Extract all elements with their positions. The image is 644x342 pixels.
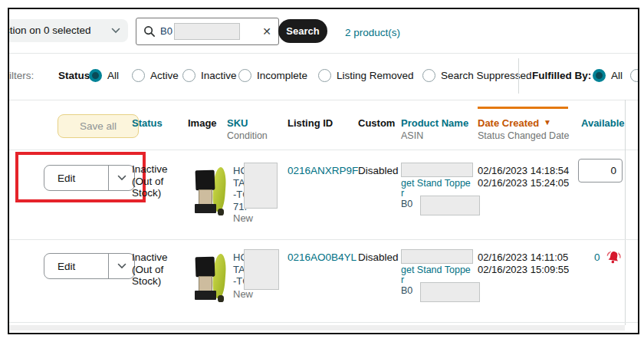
radio-status-active[interactable]	[132, 69, 145, 82]
radio-status-inactive[interactable]	[182, 69, 196, 82]
status-filter-label: Status:	[58, 70, 94, 82]
custom-cell-row1: Disabled	[358, 165, 399, 177]
filters-bottom-divider	[9, 100, 638, 100]
product-name-link-row2[interactable]: get Stand Toppe	[401, 265, 471, 275]
filters-label: ilters:	[9, 70, 34, 82]
available-quantity-input-row1[interactable]	[578, 159, 623, 183]
status-changed-row1: 02/16/2023 15:24:05	[478, 177, 569, 189]
radio-fulfilled-all-label[interactable]: All	[611, 70, 623, 82]
date-created-row1: 02/16/2023 14:18:54	[478, 165, 569, 177]
col-header-status[interactable]: Status	[132, 117, 163, 130]
asin-redaction-row2	[420, 282, 480, 302]
edit-button-row2-dropdown[interactable]	[109, 254, 134, 278]
condition-row2: New	[233, 288, 253, 301]
clear-search-icon[interactable]: ✕	[262, 25, 271, 38]
product-image-base	[195, 204, 216, 213]
horizontal-scrollbar-track[interactable]	[9, 325, 625, 330]
header-bottom-divider	[9, 150, 638, 150]
status-cell-row1: Inactive (Out of Stock)	[132, 163, 168, 199]
col-header-product-name[interactable]: Product Name	[401, 117, 468, 130]
date-created-row2: 02/16/2023 14:11:05	[478, 252, 568, 264]
search-button[interactable]: Search	[278, 19, 327, 43]
search-value: B0	[160, 25, 172, 38]
custom-cell-row2: Disabled	[358, 252, 399, 264]
app-window: ction on 0 selected B0 ✕ Search 2 produc…	[8, 8, 639, 334]
save-all-button[interactable]: Save all	[58, 114, 139, 138]
edit-button-row2[interactable]: Edit	[44, 253, 135, 279]
bulk-action-dropdown[interactable]: ction on 0 selected	[8, 19, 128, 42]
fulfilled-by-label: Fulfilled By:	[532, 70, 591, 82]
screenshot-canvas: ction on 0 selected B0 ✕ Search 2 produc…	[0, 0, 644, 342]
col-header-listing-id: Listing ID	[288, 117, 333, 130]
radio-status-inactive-label[interactable]: Inactive	[201, 70, 237, 82]
chevron-down-icon	[117, 175, 127, 181]
sort-column-indicator-bar	[478, 107, 568, 109]
asin-prefix-row1: B0	[401, 199, 412, 209]
radio-status-listing-removed-label[interactable]: Listing Removed	[337, 70, 414, 82]
listing-id-link-row2[interactable]: 0216AO0B4YL	[288, 252, 356, 264]
search-input[interactable]: B0 ✕	[136, 18, 279, 45]
edit-button-row1[interactable]: Edit	[44, 165, 135, 191]
search-value-redaction	[174, 23, 240, 40]
product-name-redaction-row1	[401, 163, 473, 177]
radio-status-all-label[interactable]: All	[107, 70, 119, 82]
product-image-middle	[199, 189, 212, 205]
condition-row1: New	[233, 212, 253, 225]
product-image-base	[195, 291, 216, 300]
edit-button-row2-label[interactable]: Edit	[44, 254, 108, 278]
table-right-border	[625, 100, 626, 325]
asin-prefix-row2: B0	[401, 285, 412, 296]
product-image-row2[interactable]	[191, 255, 231, 304]
radio-fulfilled-all[interactable]	[593, 69, 606, 82]
sort-desc-icon[interactable]: ▼	[544, 118, 551, 127]
col-header-condition: Condition	[227, 130, 268, 142]
radio-status-listing-removed[interactable]	[318, 69, 331, 82]
sku-redaction-row1	[244, 163, 278, 209]
radio-status-incomplete-label[interactable]: Incomplete	[257, 70, 307, 82]
stranded-alert-bell-icon[interactable]	[603, 247, 624, 271]
product-name-redaction-row2	[401, 249, 473, 264]
chevron-down-icon	[111, 28, 120, 34]
radio-status-search-suppressed[interactable]	[422, 69, 435, 82]
asin-redaction-row1	[420, 196, 480, 215]
edit-button-row1-dropdown[interactable]	[109, 166, 134, 190]
col-header-sku[interactable]: SKU	[227, 117, 248, 130]
status-changed-row2: 02/16/2023 15:09:55	[478, 264, 569, 276]
product-image-tip	[218, 295, 224, 302]
product-image-top	[196, 257, 215, 278]
radio-status-all[interactable]	[89, 69, 102, 82]
topbar-divider	[9, 53, 638, 54]
listing-id-link-row1[interactable]: 0216ANXRP9F	[288, 165, 358, 177]
product-image-row1[interactable]	[191, 169, 231, 218]
filters-divider	[518, 58, 519, 94]
col-header-status-changed: Status Changed Date	[478, 130, 570, 142]
bulk-action-label: ction on 0 selected	[8, 25, 91, 37]
product-image-middle	[199, 276, 212, 291]
col-header-asin: ASIN	[401, 130, 423, 142]
result-count: 2 product(s)	[345, 27, 400, 39]
col-header-custom: Custom	[358, 117, 395, 130]
chevron-down-icon	[117, 263, 127, 269]
edit-button-row1-label[interactable]: Edit	[44, 166, 108, 190]
available-quantity-row2[interactable]: 0	[594, 252, 600, 264]
col-header-image: Image	[188, 117, 217, 130]
radio-fulfilled-partial[interactable]	[630, 69, 639, 82]
product-image-top	[196, 170, 215, 191]
search-icon	[143, 25, 156, 38]
sku-redaction-row2	[244, 249, 279, 290]
row-divider	[9, 239, 638, 240]
product-image-tip	[218, 209, 224, 215]
table-bottom-divider	[9, 322, 638, 323]
product-name-link-row1[interactable]: get Stand Toppe	[401, 178, 471, 189]
product-name-link2-row2[interactable]: r	[401, 275, 404, 285]
radio-status-incomplete[interactable]	[238, 69, 251, 82]
col-header-available[interactable]: Available	[581, 117, 625, 130]
status-cell-row2: Inactive (Out of Stock)	[132, 252, 168, 288]
product-name-link2-row1[interactable]: r	[401, 188, 404, 199]
radio-status-active-label[interactable]: Active	[150, 70, 179, 82]
col-header-date-created[interactable]: Date Created	[478, 117, 539, 130]
